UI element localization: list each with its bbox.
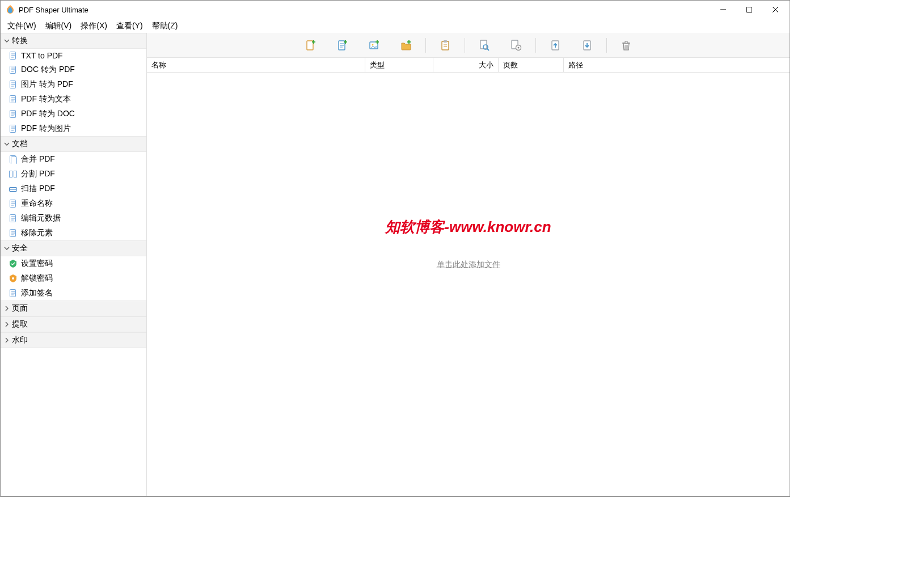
maximize-button[interactable] bbox=[736, 1, 762, 18]
sidebar-item-1-3[interactable]: 重命名称 bbox=[1, 196, 146, 211]
watermark-text: 知软博客-www.knowr.cn bbox=[385, 217, 551, 237]
sidebar-item-0-1[interactable]: DOC 转为 PDF bbox=[1, 62, 146, 77]
chevron-down-icon bbox=[4, 38, 11, 44]
img-pdf-icon bbox=[9, 80, 18, 89]
app-window: PDF Shaper Ultimate 文件(W)编辑(V)操作(X)查看(Y)… bbox=[0, 0, 790, 497]
app-icon bbox=[5, 5, 15, 15]
add-folder-button[interactable] bbox=[390, 35, 422, 56]
unlock-icon bbox=[9, 274, 18, 283]
sidebar-item-label: 扫描 PDF bbox=[21, 184, 55, 194]
list-header: 名称 类型 大小 页数 路径 bbox=[147, 58, 790, 73]
split-icon bbox=[9, 170, 18, 179]
arrow-up-icon bbox=[549, 39, 562, 52]
chevron-down-icon bbox=[4, 246, 11, 251]
sign-icon bbox=[9, 289, 18, 298]
delete-button[interactable] bbox=[610, 35, 642, 56]
sidebar-item-1-2[interactable]: 扫描 PDF bbox=[1, 181, 146, 196]
sidebar-item-0-0[interactable]: TXT to PDF bbox=[1, 49, 146, 62]
menu-item-0[interactable]: 文件(W) bbox=[3, 19, 41, 33]
titlebar: PDF Shaper Ultimate bbox=[1, 1, 790, 19]
group-header-2[interactable]: 安全 bbox=[1, 240, 146, 256]
add-file-button[interactable] bbox=[295, 35, 327, 56]
settings-button[interactable] bbox=[500, 35, 532, 56]
toolbar-separator bbox=[465, 38, 465, 53]
add-files-link[interactable]: 单击此处添加文件 bbox=[437, 260, 500, 270]
sidebar-item-label: 分割 PDF bbox=[21, 169, 55, 179]
sidebar-item-label: 移除元素 bbox=[21, 228, 53, 238]
txt-pdf-icon bbox=[9, 51, 18, 60]
column-type[interactable]: 类型 bbox=[365, 58, 433, 72]
pdf-txt-icon bbox=[9, 95, 18, 104]
sidebar-item-2-2[interactable]: 添加签名 bbox=[1, 286, 146, 301]
group-header-1[interactable]: 文档 bbox=[1, 136, 146, 152]
group-label: 提取 bbox=[12, 319, 28, 329]
sidebar-item-0-4[interactable]: PDF 转为 DOC bbox=[1, 107, 146, 121]
svg-point-75 bbox=[517, 46, 519, 48]
column-path[interactable]: 路径 bbox=[564, 58, 790, 72]
preview-button[interactable] bbox=[469, 35, 500, 56]
group-label: 转换 bbox=[12, 36, 28, 46]
sidebar-item-label: PDF 转为文本 bbox=[21, 94, 71, 104]
sidebar-item-0-5[interactable]: PDF 转为图片 bbox=[1, 121, 146, 136]
column-size[interactable]: 大小 bbox=[433, 58, 499, 72]
move-up-button[interactable] bbox=[539, 35, 571, 56]
menu-item-4[interactable]: 帮助(Z) bbox=[147, 19, 183, 33]
group-header-3[interactable]: 页面 bbox=[1, 301, 146, 316]
sidebar-item-2-0[interactable]: 设置密码 bbox=[1, 256, 146, 271]
chevron-right-icon bbox=[4, 337, 11, 343]
group-header-0[interactable]: 转换 bbox=[1, 33, 146, 49]
group-label: 页面 bbox=[12, 303, 28, 314]
sidebar-item-0-2[interactable]: 图片 转为 PDF bbox=[1, 77, 146, 92]
svg-rect-30 bbox=[10, 171, 12, 177]
svg-rect-79 bbox=[625, 41, 627, 43]
pdf-img-icon bbox=[9, 124, 18, 133]
column-name[interactable]: 名称 bbox=[147, 58, 365, 72]
file-plus-icon bbox=[305, 39, 317, 52]
minimize-button[interactable] bbox=[710, 1, 736, 18]
group-header-5[interactable]: 水印 bbox=[1, 332, 146, 348]
sidebar-item-label: PDF 转为图片 bbox=[21, 124, 71, 134]
move-down-button[interactable] bbox=[571, 35, 603, 56]
folder-plus-icon bbox=[400, 39, 412, 52]
sidebar-item-1-0[interactable]: 合并 PDF bbox=[1, 152, 146, 167]
menu-item-1[interactable]: 编辑(V) bbox=[41, 19, 77, 33]
add-image-button[interactable] bbox=[358, 35, 390, 56]
toolbar-separator bbox=[535, 38, 536, 53]
svg-point-61 bbox=[372, 44, 373, 45]
sidebar-item-label: 解锁密码 bbox=[21, 273, 53, 284]
main-panel: 名称 类型 大小 页数 路径 知软博客-www.knowr.cn 单击此处添加文… bbox=[147, 33, 790, 496]
sidebar-item-2-1[interactable]: 解锁密码 bbox=[1, 271, 146, 286]
chevron-down-icon bbox=[4, 141, 11, 147]
menu-item-2[interactable]: 操作(X) bbox=[76, 19, 112, 33]
remove-icon bbox=[9, 229, 18, 238]
sidebar-item-1-4[interactable]: 编辑元数据 bbox=[1, 211, 146, 226]
svg-rect-1 bbox=[747, 7, 752, 12]
sidebar-item-label: TXT to PDF bbox=[21, 51, 63, 60]
arrow-down-icon bbox=[581, 39, 593, 52]
sidebar-item-0-3[interactable]: PDF 转为文本 bbox=[1, 92, 146, 107]
scan-icon bbox=[9, 184, 18, 193]
toolbar-separator bbox=[606, 38, 607, 53]
chevron-right-icon bbox=[4, 321, 11, 327]
sidebar-item-1-5[interactable]: 移除元素 bbox=[1, 226, 146, 240]
group-header-4[interactable]: 提取 bbox=[1, 316, 146, 332]
sidebar-item-label: DOC 转为 PDF bbox=[21, 65, 75, 75]
svg-rect-67 bbox=[444, 40, 447, 43]
sidebar-item-label: 重命名称 bbox=[21, 198, 53, 209]
sidebar-item-1-1[interactable]: 分割 PDF bbox=[1, 167, 146, 181]
svg-rect-31 bbox=[14, 171, 17, 177]
chevron-right-icon bbox=[4, 306, 11, 311]
file-list[interactable]: 知软博客-www.knowr.cn 单击此处添加文件 bbox=[147, 73, 790, 496]
menu-item-3[interactable]: 查看(Y) bbox=[112, 19, 147, 33]
sidebar-item-label: 合并 PDF bbox=[21, 154, 55, 164]
lock-icon bbox=[9, 259, 18, 268]
column-pages[interactable]: 页数 bbox=[499, 58, 564, 72]
sidebar-item-label: PDF 转为 DOC bbox=[21, 109, 75, 119]
sidebar-item-label: 编辑元数据 bbox=[21, 213, 61, 223]
close-button[interactable] bbox=[762, 1, 788, 18]
toolbar bbox=[147, 33, 790, 58]
add-text-button[interactable] bbox=[327, 35, 358, 56]
merge-icon bbox=[9, 155, 18, 164]
clipboard-button[interactable] bbox=[429, 35, 461, 56]
group-label: 水印 bbox=[12, 335, 28, 345]
